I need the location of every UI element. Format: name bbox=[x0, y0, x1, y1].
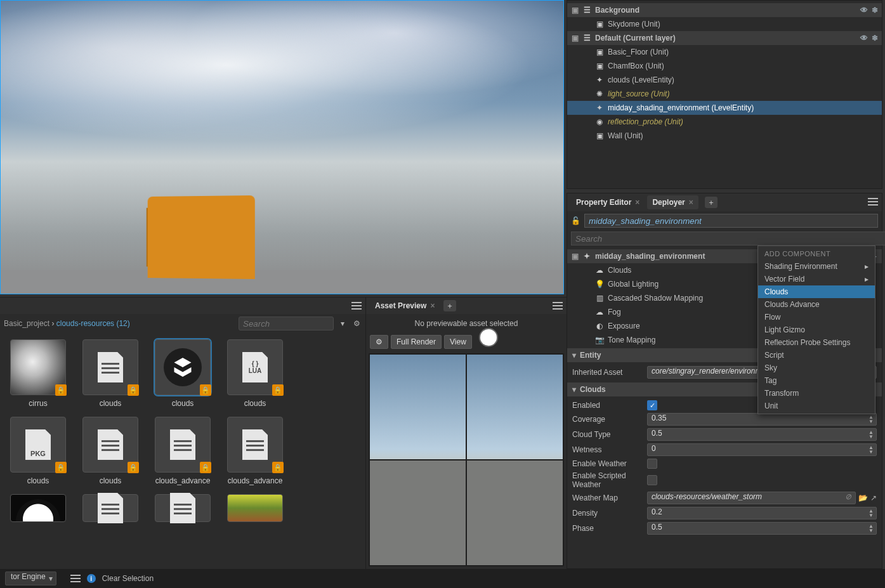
menu-item[interactable]: Tag bbox=[758, 374, 875, 387]
folder-icon[interactable]: 📂 bbox=[858, 493, 868, 502]
filter-icon[interactable]: ▾ bbox=[338, 318, 348, 329]
asset-item[interactable]: { }LUA🔒clouds bbox=[223, 339, 287, 408]
menu-item[interactable]: Clouds bbox=[758, 285, 875, 298]
number-field[interactable]: 0.5▲▼ bbox=[647, 522, 877, 535]
lock-icon[interactable]: 🔓 bbox=[571, 216, 580, 225]
asset-item[interactable]: 🔒clouds_advance bbox=[151, 417, 214, 485]
bulb-icon: 💡 bbox=[595, 280, 604, 289]
asset-item[interactable] bbox=[151, 494, 214, 522]
asset-label: clouds bbox=[100, 399, 122, 408]
scene-box bbox=[148, 195, 255, 279]
property-editor: Property Editor× Deployer× ＋ 🔓 ▣ ✦ midda… bbox=[567, 193, 882, 569]
asset-grid[interactable]: 🔒cirrus🔒clouds🔒clouds{ }LUA🔒cloudsPKG🔒cl… bbox=[0, 333, 365, 569]
scene-group[interactable]: ▣☰Default (Current layer)👁❄ bbox=[567, 31, 882, 45]
add-tab-button[interactable]: ＋ bbox=[443, 300, 456, 311]
scene-group[interactable]: ▣☰Background👁❄ bbox=[567, 3, 882, 17]
asset-browser-panel: Basic_project › clouds-resources (12) ▾ … bbox=[0, 297, 365, 569]
prop-label: Wetness bbox=[572, 445, 642, 454]
prop-label: Cloud Type bbox=[572, 430, 642, 439]
asset-item[interactable]: 🔒cirrus bbox=[6, 339, 70, 408]
scene-item[interactable]: ▣Basic_Floor (Unit) bbox=[567, 45, 882, 59]
breadcrumb-root[interactable]: Basic_project bbox=[4, 319, 49, 328]
breadcrumb-current[interactable]: clouds-resources (12) bbox=[56, 319, 130, 328]
engine-combo[interactable]: tor Engine bbox=[5, 572, 56, 585]
scene-item[interactable]: ▣Skydome (Unit) bbox=[567, 17, 882, 31]
close-icon[interactable]: × bbox=[635, 198, 639, 207]
layers-icon: ☰ bbox=[582, 34, 591, 42]
gear-button[interactable]: ⚙ bbox=[370, 335, 388, 349]
tab-deployer[interactable]: Deployer× bbox=[647, 195, 698, 209]
asset-label: clouds bbox=[27, 476, 49, 485]
lock-icon: 🔒 bbox=[272, 384, 284, 396]
lock-icon: 🔒 bbox=[55, 384, 67, 396]
scene-item[interactable]: ◉reflection_probe (Unit) bbox=[567, 115, 882, 129]
menu-item[interactable]: Reflection Probe Settings bbox=[758, 336, 875, 349]
asset-item[interactable]: 🔒clouds bbox=[79, 417, 142, 485]
number-field[interactable]: 0.5▲▼ bbox=[647, 428, 877, 441]
asset-label: clouds_advance bbox=[155, 476, 211, 485]
asset-preview-panel: Asset Preview× ＋ No previewable asset se… bbox=[365, 297, 567, 569]
clear-selection-button[interactable]: Clear Selection bbox=[102, 574, 154, 583]
menu-item[interactable]: Unit bbox=[758, 400, 875, 412]
asset-item[interactable] bbox=[79, 494, 142, 522]
scene-item[interactable]: ✦midday_shading_environment (LevelEntity… bbox=[567, 101, 882, 115]
full-render-button[interactable]: Full Render bbox=[391, 335, 442, 349]
menu-item[interactable]: Light Gizmo bbox=[758, 323, 875, 336]
asset-item[interactable]: PKG🔒clouds bbox=[6, 417, 70, 485]
breadcrumb[interactable]: Basic_project › clouds-resources (12) bbox=[4, 319, 130, 328]
asset-item[interactable] bbox=[223, 494, 287, 522]
snowflake-icon[interactable]: ❄ bbox=[872, 34, 878, 42]
eye-icon[interactable]: 👁 bbox=[860, 34, 868, 42]
viewport[interactable] bbox=[0, 0, 564, 294]
info-icon: i bbox=[87, 574, 96, 583]
menu-icon[interactable] bbox=[351, 302, 362, 310]
view-button[interactable]: View bbox=[444, 335, 472, 349]
lock-icon: 🔒 bbox=[128, 462, 139, 473]
menu-item[interactable]: Vector Field▸ bbox=[758, 273, 875, 285]
add-tab-button[interactable]: ＋ bbox=[705, 197, 718, 208]
status-bar: tor Engine i Clear Selection bbox=[0, 569, 885, 588]
tab-property-editor[interactable]: Property Editor× bbox=[571, 195, 645, 209]
asset-item[interactable]: 🔒clouds bbox=[79, 339, 142, 408]
menu-icon[interactable] bbox=[70, 575, 81, 582]
eye-icon[interactable]: 👁 bbox=[860, 6, 868, 15]
checkbox[interactable]: ✓ bbox=[647, 400, 657, 410]
gear-icon[interactable]: ⚙ bbox=[351, 318, 362, 329]
entity-name-input[interactable] bbox=[584, 214, 878, 228]
locate-icon[interactable]: ↗ bbox=[870, 493, 877, 502]
number-field[interactable]: 0▲▼ bbox=[647, 443, 877, 456]
close-icon[interactable]: × bbox=[430, 301, 435, 310]
asset-label: clouds bbox=[244, 399, 266, 408]
asset-search-input[interactable] bbox=[239, 317, 334, 330]
asset-label: cirrus bbox=[29, 399, 47, 408]
menu-item[interactable]: Script bbox=[758, 349, 875, 362]
checkbox[interactable] bbox=[647, 459, 657, 469]
menu-item[interactable]: Clouds Advance bbox=[758, 298, 875, 311]
add-component-menu[interactable]: ADD COMPONENT Shading Environment▸Vector… bbox=[757, 245, 875, 414]
menu-item[interactable]: Transform bbox=[758, 387, 875, 400]
menu-icon[interactable] bbox=[553, 302, 563, 310]
menu-icon[interactable] bbox=[868, 198, 878, 206]
scene-item[interactable]: ✺light_source (Unit) bbox=[567, 87, 882, 101]
asset-label: clouds_advance bbox=[228, 476, 283, 485]
close-icon[interactable]: × bbox=[689, 198, 693, 207]
scene-item[interactable]: ▣ChamfBox (Unit) bbox=[567, 59, 882, 73]
menu-item[interactable]: Flow bbox=[758, 311, 875, 323]
asset-item[interactable]: 🔒clouds bbox=[151, 339, 214, 408]
asset-item[interactable]: 🔒clouds_advance bbox=[223, 417, 287, 485]
number-field[interactable]: 0.35▲▼ bbox=[647, 413, 877, 426]
scene-outliner: ▣☰Background👁❄▣Skydome (Unit)▣☰Default (… bbox=[567, 0, 882, 189]
snowflake-icon[interactable]: ❄ bbox=[872, 6, 878, 15]
property-search-input[interactable] bbox=[571, 232, 885, 245]
scene-item[interactable]: ▣Wall (Unit) bbox=[567, 129, 882, 143]
lock-icon: 🔒 bbox=[200, 384, 211, 396]
menu-item[interactable]: Sky bbox=[758, 362, 875, 374]
preview-viewport[interactable] bbox=[369, 353, 564, 566]
number-field[interactable]: 0.2▲▼ bbox=[647, 507, 877, 519]
checkbox[interactable] bbox=[647, 475, 657, 485]
weather-map-field[interactable]: clouds-resources/weather_storm⊘ bbox=[647, 492, 856, 504]
asset-item[interactable] bbox=[6, 494, 70, 522]
menu-item[interactable]: Shading Environment▸ bbox=[758, 260, 875, 273]
tab-asset-preview[interactable]: Asset Preview× bbox=[370, 299, 440, 313]
scene-item[interactable]: ✦clouds (LevelEntity) bbox=[567, 73, 882, 87]
